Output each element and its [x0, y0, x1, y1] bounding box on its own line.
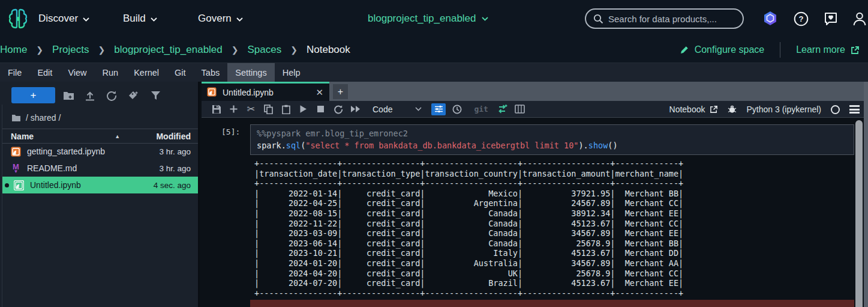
markdown-file-icon: M▼	[11, 163, 21, 174]
user-icon[interactable]	[852, 11, 867, 26]
breadcrumb-separator: ❯	[232, 45, 239, 55]
sort-asc-icon[interactable]: ▲	[115, 133, 120, 139]
save-icon[interactable]	[208, 102, 225, 117]
vertical-scrollbar-thumb[interactable]	[855, 120, 863, 307]
execution-count: [5]:	[221, 127, 240, 136]
refresh-icon[interactable]	[105, 89, 118, 102]
filebrowser-path[interactable]: / shared /	[11, 110, 61, 126]
chevron-down-icon	[236, 17, 243, 22]
menu-edit[interactable]: Edit	[29, 63, 60, 82]
tag-plus-icon[interactable]	[127, 89, 140, 102]
unsaved-dot-icon	[5, 183, 9, 187]
repeat-plus-icon[interactable]	[497, 104, 507, 114]
breadcrumb-project-name[interactable]: blogproject_tip_enabled	[114, 44, 223, 56]
file-row-readme[interactable]: M▼ README.md 3 hr. ago	[2, 160, 198, 177]
file-row-untitled[interactable]: Untitled.ipynb 4 sec. ago	[2, 177, 198, 193]
filter-icon[interactable]	[149, 89, 162, 102]
code-line-magic: %%pyspark emr.blog_tip_emronec2	[257, 127, 848, 139]
history-clock-icon[interactable]	[448, 102, 465, 117]
menu-settings[interactable]: Settings	[227, 63, 274, 82]
code-line-2: spark.sql("select * from bankdata_db.ban…	[257, 139, 848, 151]
kernel-name[interactable]: Python 3 (ipykernel)	[746, 105, 821, 114]
stop-kernel-icon[interactable]	[312, 102, 329, 117]
right-edge-strip	[864, 82, 868, 307]
new-launcher-button[interactable]: +	[11, 87, 55, 103]
book-icon[interactable]	[511, 102, 528, 117]
kernel-status-icon	[831, 105, 840, 114]
breadcrumb-projects[interactable]: Projects	[52, 44, 89, 56]
open-notebook-link[interactable]: Notebook	[669, 105, 719, 114]
menu-tabs[interactable]: Tabs	[194, 63, 228, 82]
search-input[interactable]	[608, 14, 735, 24]
sliders-icon[interactable]	[431, 103, 446, 115]
nav-menu-discover[interactable]: Discover	[38, 0, 89, 37]
paste-cell-icon[interactable]	[277, 102, 295, 117]
editor-area: Untitled.ipynb ✕ + ✂	[202, 82, 868, 307]
copy-cell-icon[interactable]	[260, 102, 277, 117]
menu-kernel[interactable]: Kernel	[126, 63, 167, 82]
git-toolbar-label[interactable]: git	[474, 105, 488, 114]
column-modified[interactable]: Modified	[156, 132, 191, 141]
jupyter-menu-bar: File Edit View Run Kernel Git Tabs Setti…	[0, 63, 868, 82]
menu-run[interactable]: Run	[95, 63, 127, 82]
global-search[interactable]	[585, 8, 744, 29]
add-cell-icon[interactable]	[225, 102, 242, 117]
menu-view[interactable]: View	[60, 63, 94, 82]
divider	[780, 42, 780, 58]
code-cell-input[interactable]: %%pyspark emr.blog_tip_emronec2 spark.sq…	[250, 124, 854, 155]
nav-menu-build[interactable]: Build	[123, 0, 157, 37]
chevron-down-icon	[415, 107, 422, 111]
app-window: Discover Build Govern blogproject_tip_en…	[0, 0, 868, 307]
new-folder-icon[interactable]	[62, 89, 75, 102]
tab-title: Untitled.ipynb	[223, 88, 274, 97]
amazon-q-icon[interactable]	[762, 11, 778, 26]
feedback-icon[interactable]	[823, 11, 839, 26]
breadcrumb-actions: Configure space Learn more	[680, 37, 860, 62]
tab-untitled-ipynb[interactable]: Untitled.ipynb ✕	[202, 82, 329, 101]
new-tab-button[interactable]: +	[333, 84, 348, 99]
project-name: blogproject_tip_enabled	[368, 13, 476, 25]
nav-menu-label: Discover	[38, 13, 78, 25]
file-browser-panel: + / shared / Name ▲ Modified	[0, 82, 200, 307]
menu-help[interactable]: Help	[275, 63, 308, 82]
cell-type-dropdown[interactable]: Code	[373, 105, 422, 114]
file-modified: 4 sec. ago	[154, 181, 191, 190]
configure-space-label: Configure space	[695, 44, 765, 55]
run-cell-icon[interactable]	[295, 102, 312, 117]
breadcrumb-home[interactable]: Home	[0, 44, 27, 56]
file-modified: 3 hr. ago	[159, 147, 191, 156]
restart-kernel-icon[interactable]	[329, 102, 347, 117]
file-row-getting-started[interactable]: getting_started.ipynb 3 hr. ago	[2, 143, 198, 160]
path-label: / shared /	[26, 113, 61, 123]
menu-git[interactable]: Git	[167, 63, 194, 82]
configure-space-button[interactable]: Configure space	[680, 44, 765, 55]
cell-type-value: Code	[373, 105, 392, 114]
file-list-header: Name ▲ Modified	[2, 129, 198, 144]
folder-icon	[11, 114, 21, 122]
pencil-icon	[680, 45, 689, 55]
menu-file[interactable]: File	[0, 63, 29, 82]
breadcrumb-spaces[interactable]: Spaces	[248, 44, 282, 56]
cut-cell-icon[interactable]: ✂	[242, 102, 260, 117]
file-name: README.md	[27, 163, 77, 173]
svg-text:?: ?	[798, 14, 803, 23]
chevron-down-icon	[482, 17, 488, 21]
breadcrumb-separator: ❯	[98, 45, 106, 55]
help-icon[interactable]: ?	[793, 11, 809, 26]
close-tab-icon[interactable]: ✕	[316, 87, 323, 98]
project-selector[interactable]: blogproject_tip_enabled	[368, 0, 488, 37]
kernel-status-area: Notebook Python 3 (ipykernel)	[669, 101, 860, 118]
external-link-icon	[710, 105, 718, 114]
sagemaker-logo-icon[interactable]	[6, 7, 30, 31]
file-name: Untitled.ipynb	[30, 180, 81, 190]
hamburger-menu-icon[interactable]	[849, 105, 860, 114]
chevron-down-icon	[83, 17, 89, 22]
debugger-bug-icon[interactable]	[728, 105, 737, 114]
learn-more-link[interactable]: Learn more	[796, 44, 860, 55]
column-name[interactable]: Name	[11, 132, 34, 141]
nav-menu-govern[interactable]: Govern	[198, 0, 243, 37]
chevron-down-icon	[151, 17, 157, 22]
restart-run-all-icon[interactable]	[347, 102, 364, 117]
upload-icon[interactable]	[83, 89, 97, 102]
notebook-file-icon	[11, 147, 21, 157]
